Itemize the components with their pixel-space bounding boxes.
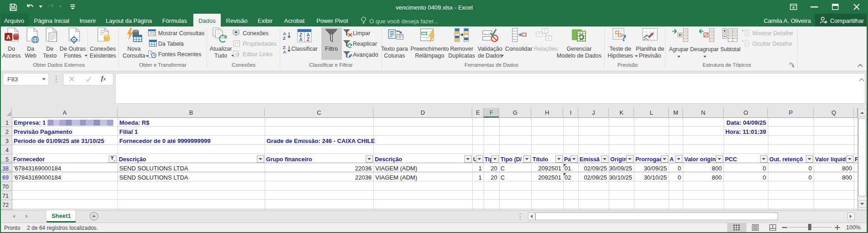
svg-text:Z: Z [307, 37, 309, 42]
svg-text:Z: Z [283, 36, 286, 40]
svg-text:?: ? [622, 32, 627, 43]
svg-text:A: A [6, 34, 11, 41]
svg-text:A: A [299, 37, 302, 42]
